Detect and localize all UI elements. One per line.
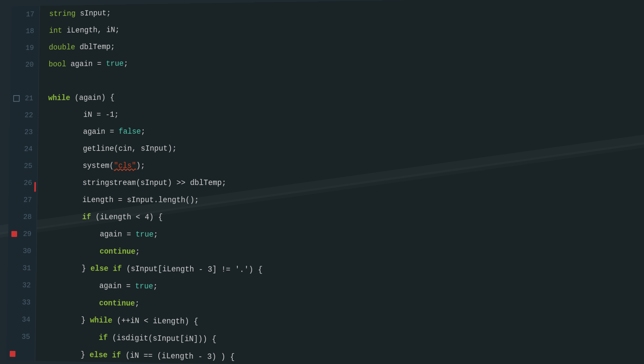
line-21: 21	[10, 90, 39, 107]
line-33: 33	[7, 294, 36, 311]
line-19: 19	[11, 40, 39, 57]
code-line-27: iLength = sInput.length();	[47, 191, 644, 210]
line-25: 25	[9, 158, 38, 175]
line-36	[6, 345, 35, 363]
scroll-thumb[interactable]	[34, 182, 36, 192]
code-line-24: getline(cin, sInput);	[47, 138, 644, 158]
code-line-23: again = false;	[48, 120, 644, 140]
line-28: 28	[8, 208, 37, 226]
line-29: 29	[8, 226, 37, 243]
line-26: 26	[9, 175, 37, 192]
code-line-26: stringstream(sInput) >> dblTemp;	[47, 174, 644, 192]
line-24: 24	[9, 140, 38, 158]
line-31: 31	[8, 259, 36, 277]
line-22: 22	[10, 107, 38, 124]
code-line-25: system("cls");	[47, 156, 644, 175]
line-20: 20	[10, 56, 39, 73]
line-35: 35	[7, 328, 36, 346]
line-32: 32	[7, 277, 36, 294]
code-content: string sInput; int iLength, iN; double d…	[35, 0, 644, 364]
line-blank	[10, 73, 39, 90]
line-17: 17	[11, 6, 39, 23]
line-number-gutter: 17 18 19 20 21 22 23 24 25 26 27 28	[6, 6, 40, 361]
code-editor: 17 18 19 20 21 22 23 24 25 26 27 28	[6, 0, 644, 364]
code-line-22: iN = -1;	[48, 103, 644, 124]
line-18: 18	[11, 23, 40, 40]
line-34: 34	[7, 311, 36, 328]
line-27: 27	[9, 191, 37, 208]
line-23: 23	[9, 124, 38, 141]
line-30: 30	[8, 242, 36, 259]
code-line-28: if (iLength < 4) {	[47, 208, 644, 228]
